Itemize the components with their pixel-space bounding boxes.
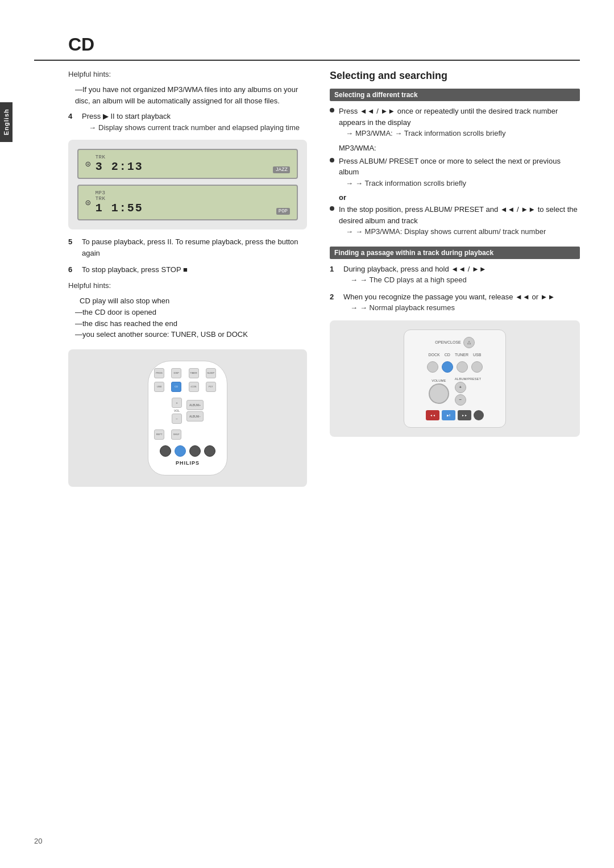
bullet-2-arrow: → → Track information scrolls briefly	[339, 178, 580, 189]
cd-bottom-btns: ◄◄ ▶II ►►	[426, 410, 484, 420]
step-r2: 2 When you recognize the passage you wan…	[330, 291, 580, 314]
cd-back-btn: ◄◄	[426, 410, 439, 420]
cd-fwd-btn: ►►	[458, 410, 471, 420]
remote-btn-timer: TIMER	[189, 368, 199, 378]
bullet-3-dot	[330, 206, 334, 211]
cd-dock-btn	[427, 361, 438, 373]
hint-1-text: —If you have not organized MP3/WMA files…	[68, 84, 307, 106]
step-6-number: 6	[68, 264, 77, 276]
arrow-symbol: →	[89, 122, 96, 133]
step-5: 5 To pause playback, press II. To resume…	[68, 236, 307, 258]
step-r1-number: 1	[330, 264, 339, 286]
bullet-2-text: Press ALBUM/ PRESET once or more to sele…	[339, 156, 580, 189]
remote-vol-down: −	[172, 414, 182, 424]
cd-play-btn: ▶II	[442, 410, 455, 420]
arrow-symbol-r1: →	[350, 274, 358, 286]
hint-2c: —the disc has reached the end	[73, 318, 307, 329]
cd-open-btn: △	[463, 337, 475, 348]
hint-2a: CD play will also stop when	[68, 295, 307, 307]
step-r1-arrow: → → The CD plays at a high speed	[343, 274, 580, 286]
lcd-display-container: ⊙ TRK 3 2:13 JAZZ ⊙ MP3	[68, 140, 307, 229]
arrow-symbol-b2: →	[346, 178, 353, 189]
lcd-display-1: ⊙ TRK 3 2:13 JAZZ	[77, 149, 298, 179]
step-r2-arrow: → → Normal playback resumes	[343, 302, 580, 314]
remote-bottom-row	[160, 445, 215, 457]
bullet-2-arrow-text: → Track information scrolls briefly	[355, 178, 466, 189]
remote-grid-3: REPT SHUF	[154, 429, 221, 440]
remote-vol-up: +	[172, 398, 182, 408]
cd-tuner-btn	[457, 361, 468, 373]
remote-btn-display: DISP	[171, 368, 181, 378]
step-4-content: Press ▶ II to start playback → Display s…	[82, 111, 307, 133]
step-5-text: To pause playback, press II. To resume p…	[82, 236, 307, 258]
cd-usb-btn	[471, 361, 483, 373]
hint-2b: —the CD door is opened	[73, 307, 307, 318]
remote-btn-cd: CD	[171, 382, 181, 392]
left-column: Helpful hints: —If you have not organize…	[68, 70, 307, 487]
lcd-1-numbers: 3 2:13	[96, 160, 269, 173]
lcd-2-mp3-icon: ⊙	[85, 197, 91, 208]
right-column: Selecting and searching Selecting a diff…	[330, 70, 580, 487]
remote-btn-repeat: REPT	[154, 429, 164, 440]
step-6-content: To stop playback, press STOP ■	[82, 264, 307, 276]
language-tab: English	[0, 102, 13, 142]
cd-dock-label: DOCK	[429, 353, 440, 357]
step-r1-arrow-text: → The CD plays at a high speed	[360, 274, 467, 286]
two-column-layout: Helpful hints: —If you have not organize…	[34, 70, 580, 487]
step-r2-arrow-text: → Normal playback resumes	[360, 302, 455, 314]
page-container: English CD Helpful hints: —If you have n…	[0, 0, 614, 868]
step-r1-text: During playback, press and hold ◄◄ / ►►	[343, 264, 580, 275]
remote-btn-iconews: iCON	[189, 382, 199, 392]
bullet-1-text: Press ◄◄ / ►► once or repeatedly until t…	[339, 106, 580, 139]
remote-btn-play: PLY	[206, 382, 216, 392]
step-r2-number: 2	[330, 291, 339, 314]
lcd-display-2: ⊙ MP3 TRK 1 1:55 POP	[77, 185, 298, 220]
bullet-2: Press ALBUM/ PRESET once or more to sele…	[330, 156, 580, 189]
step-4-arrow: → Display shows current track number and…	[82, 122, 307, 133]
lcd-2-mp3-label: MP3	[96, 190, 106, 196]
hint-2d: —you select another source: TUNER, USB o…	[73, 329, 307, 340]
cd-volume-label: VOLUME	[432, 379, 446, 382]
section-title: Selecting and searching	[330, 70, 580, 82]
cd-source-btns	[427, 361, 483, 373]
cd-heading: CD	[34, 34, 580, 61]
arrow-symbol-b1: →	[346, 128, 353, 139]
cd-album-preset-up: +	[455, 382, 466, 393]
cd-vol-album-row: VOLUME ALBUM/PRESET + −	[429, 377, 481, 406]
step-r1: 1 During playback, press and hold ◄◄ / ►…	[330, 264, 580, 286]
step-5-number: 5	[68, 236, 77, 258]
remote-btn-program: PROG	[154, 368, 164, 378]
cd-album-preset-down: −	[455, 394, 466, 406]
remote-circle-3	[189, 445, 201, 457]
cd-usb-label: USB	[473, 353, 481, 357]
bullet-3-text: In the stop position, press ALBUM/ PRESE…	[339, 204, 580, 237]
helpful-hints-1: Helpful hints:	[68, 70, 307, 78]
bullet-3: In the stop position, press ALBUM/ PRESE…	[330, 204, 580, 237]
remote-album-down: ALBUM−	[186, 411, 204, 422]
bullet-3-arrow-text: → MP3/WMA: Display shows current album/ …	[355, 226, 546, 237]
step-r2-content: When you recognize the passage you want,…	[343, 291, 580, 314]
step-r2-text: When you recognize the passage you want,…	[343, 291, 580, 303]
remote-btn-shuffle: SHUF	[171, 429, 181, 440]
cd-player-image-container: OPEN/CLOSE △ DOCK CD TUNER USB	[330, 320, 580, 437]
arrow-symbol-b3: →	[346, 226, 353, 237]
cd-album-preset-label: ALBUM/PRESET	[455, 377, 481, 381]
remote-circle-1	[160, 445, 171, 457]
bullet-2-dot	[330, 158, 334, 162]
bullet-1: Press ◄◄ / ►► once or repeatedly until t…	[330, 106, 580, 139]
remote-body: PROG DISP TIMER SLEEP USB CD iCON PLY	[148, 361, 227, 475]
remote-circle-2	[175, 445, 186, 457]
or-text: or	[339, 193, 580, 202]
step-4-text: Press ▶ II to start playback	[82, 111, 307, 122]
lcd-1-trk-label: TRK	[96, 155, 269, 160]
lcd-1-row: ⊙ TRK 3 2:13 JAZZ	[85, 155, 290, 173]
remote-btn-sleep: SLEEP	[206, 368, 216, 378]
bullet-3-arrow: → → MP3/WMA: Display shows current album…	[339, 226, 580, 237]
lcd-2-row: ⊙ MP3 TRK 1 1:55 POP	[85, 190, 290, 215]
lcd-2-trk-label: TRK	[96, 196, 272, 202]
cd-album-preset-section: ALBUM/PRESET + −	[455, 377, 481, 406]
cd-player-body: OPEN/CLOSE △ DOCK CD TUNER USB	[404, 329, 506, 428]
page-number: 20	[34, 837, 42, 845]
remote-album-up: ALBUM+	[186, 400, 204, 410]
remote-grid-2: USB CD iCON PLY	[154, 382, 221, 392]
